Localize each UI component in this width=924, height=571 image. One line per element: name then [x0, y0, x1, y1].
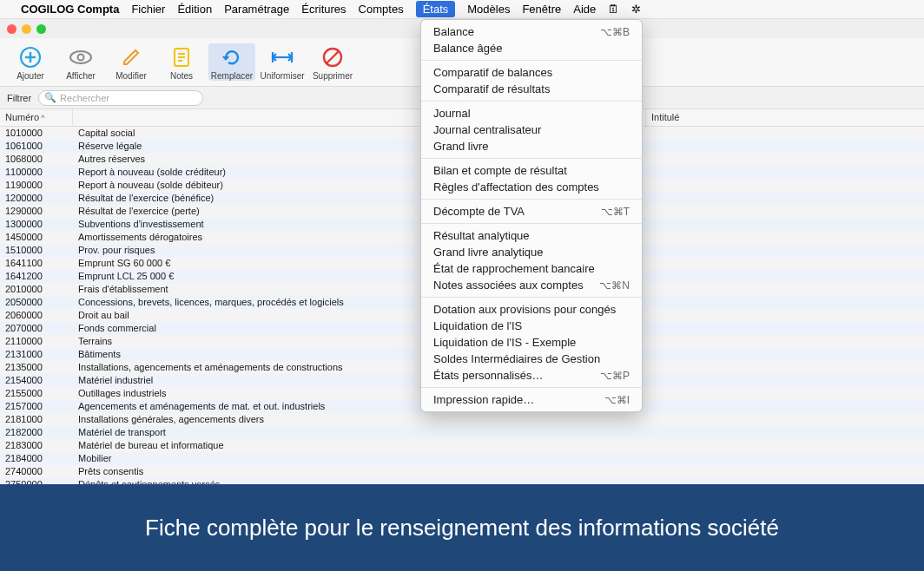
menu-item[interactable]: Décompte de TVA⌥⌘T — [421, 203, 642, 220]
menu-item[interactable]: Règles d'affectation des comptes — [421, 179, 642, 195]
menu-item[interactable]: Journal — [421, 105, 642, 121]
tool-label: Afficher — [66, 71, 96, 81]
tool-remplacer[interactable]: Remplacer — [208, 43, 255, 81]
tool-notes[interactable]: Notes — [158, 43, 205, 81]
tool-modifier[interactable]: Modifier — [108, 43, 155, 81]
tool-supprimer[interactable]: Supprimer — [309, 43, 356, 81]
cell-numero: 1061000 — [0, 140, 73, 153]
menu-item[interactable]: Soldes Intermédiaires de Gestion — [421, 351, 642, 367]
menu-etats[interactable]: États — [416, 1, 456, 17]
menu-item-shortcut: ⌥⌘N — [599, 279, 630, 292]
search-input[interactable]: 🔍 Rechercher — [38, 90, 203, 106]
menu-item-label: Grand livre analytique — [433, 246, 543, 259]
cell-numero: 2182000 — [0, 426, 73, 439]
menu-item[interactable]: Balance⌥⌘B — [421, 23, 642, 40]
column-intitule[interactable]: Intitulé — [646, 109, 924, 126]
cell-numero: 2157000 — [0, 400, 73, 413]
menu-item-label: Décompte de TVA — [433, 205, 525, 218]
cell-numero: 2740000 — [0, 465, 73, 478]
menu-comptes[interactable]: Comptes — [359, 3, 404, 16]
cell-numero: 2110000 — [0, 335, 73, 348]
menubar: COGILOG Compta Fichier Édition Paramétra… — [0, 0, 924, 19]
table-row[interactable]: 2184000Mobilier — [0, 452, 924, 465]
cell-numero: 1300000 — [0, 218, 73, 231]
menu-item[interactable]: État de rapprochement bancaire — [421, 260, 642, 277]
filter-label: Filtrer — [7, 93, 31, 103]
cell-numero: 1641200 — [0, 270, 73, 283]
menu-item-label: Bilan et compte de résultat — [433, 164, 567, 177]
zoom-button[interactable] — [36, 24, 46, 34]
tool-uniformiser[interactable]: Uniformiser — [259, 43, 306, 81]
table-row[interactable]: 2740000Prêts consentis — [0, 465, 924, 478]
menu-item-label: Journal — [433, 107, 471, 120]
table-row[interactable]: 2182000Matériel de transport — [0, 426, 924, 439]
menu-edition[interactable]: Édition — [177, 3, 212, 16]
menu-fenetre[interactable]: Fenêtre — [522, 3, 561, 16]
cell-numero: 1200000 — [0, 192, 73, 205]
menu-item-label: États personnalisés… — [433, 369, 543, 382]
menu-item-label: Dotation aux provisions pour congés — [433, 303, 616, 316]
cell-numero: 1100000 — [0, 166, 73, 179]
svg-point-3 — [70, 51, 91, 63]
minimize-button[interactable] — [22, 24, 31, 34]
tool-ajouter[interactable]: Ajouter — [7, 43, 54, 81]
menu-item-label: Balance — [433, 25, 474, 38]
menu-item-label: Grand livre — [433, 140, 489, 153]
menu-item[interactable]: Notes associées aux comptes⌥⌘N — [421, 277, 642, 293]
menu-item-shortcut: ⌥⌘T — [601, 206, 630, 218]
menu-fichier[interactable]: Fichier — [131, 3, 165, 16]
cell-numero: 2181000 — [0, 413, 73, 426]
menu-item[interactable]: Grand livre analytique — [421, 244, 642, 260]
tool-label: Ajouter — [16, 71, 44, 81]
cell-numero: 2154000 — [0, 374, 73, 387]
menu-item[interactable]: Grand livre — [421, 138, 642, 154]
tool-afficher[interactable]: Afficher — [57, 43, 104, 81]
menu-item[interactable]: Impression rapide…⌥⌘I — [421, 391, 642, 408]
menu-item[interactable]: Balance âgée — [421, 40, 642, 56]
menu-modeles[interactable]: Modèles — [467, 3, 510, 16]
table-row[interactable]: 2181000Installations générales, agenceme… — [0, 413, 924, 426]
cell-numero: 1190000 — [0, 179, 73, 192]
tool-label: Supprimer — [313, 71, 353, 81]
menu-parametrage[interactable]: Paramétrage — [224, 3, 289, 16]
menu-item[interactable]: Dotation aux provisions pour congés — [421, 301, 642, 318]
menu-item-label: État de rapprochement bancaire — [433, 262, 595, 275]
menu-ecritures[interactable]: Écritures — [301, 3, 346, 16]
cell-numero: 2010000 — [0, 283, 73, 296]
gear-icon[interactable]: ✲ — [631, 3, 641, 16]
eye-icon — [67, 43, 95, 71]
refresh-icon — [218, 43, 246, 71]
column-numero[interactable]: Numéro^ — [0, 109, 73, 126]
menu-item[interactable]: Comparatif de balances — [421, 64, 642, 81]
cell-numero: 2070000 — [0, 322, 73, 335]
caption-banner: Fiche complète pour le renseignement des… — [0, 484, 924, 571]
menu-item[interactable]: États personnalisés…⌥⌘P — [421, 367, 642, 384]
table-row[interactable]: 2183000Matériel de bureau et informatiqu… — [0, 439, 924, 452]
sort-asc-icon: ^ — [41, 114, 44, 122]
cell-numero: 2131000 — [0, 348, 73, 361]
calendar-icon[interactable]: 🗓 — [608, 3, 619, 16]
menu-aide[interactable]: Aide — [573, 3, 596, 16]
plus-icon — [16, 43, 44, 71]
menu-item[interactable]: Liquidation de l'IS - Exemple — [421, 334, 642, 351]
menu-item[interactable]: Résultat analytique — [421, 227, 642, 244]
cell-numero: 2050000 — [0, 296, 73, 309]
etats-dropdown: Balance⌥⌘BBalance âgéeComparatif de bala… — [420, 19, 643, 412]
menu-item[interactable]: Liquidation de l'IS — [421, 318, 642, 334]
menu-item-label: Résultat analytique — [433, 229, 530, 242]
menu-item-label: Journal centralisateur — [433, 123, 541, 136]
close-button[interactable] — [7, 24, 16, 34]
menu-item[interactable]: Bilan et compte de résultat — [421, 162, 642, 179]
menu-item[interactable]: Journal centralisateur — [421, 121, 642, 138]
cell-numero: 1641100 — [0, 257, 73, 270]
menu-item-label: Comparatif de balances — [433, 66, 552, 79]
menu-item-label: Balance âgée — [433, 42, 503, 55]
menu-app[interactable]: COGILOG Compta — [21, 3, 119, 16]
tool-label: Notes — [170, 71, 193, 81]
cell-numero: 2155000 — [0, 387, 73, 400]
menu-item[interactable]: Comparatif de résultats — [421, 81, 642, 97]
menu-item-label: Comparatif de résultats — [433, 82, 550, 95]
menu-item-shortcut: ⌥⌘B — [600, 26, 630, 38]
cell-libelle: Matériel de transport — [73, 426, 924, 439]
menu-item-shortcut: ⌥⌘I — [604, 394, 630, 406]
